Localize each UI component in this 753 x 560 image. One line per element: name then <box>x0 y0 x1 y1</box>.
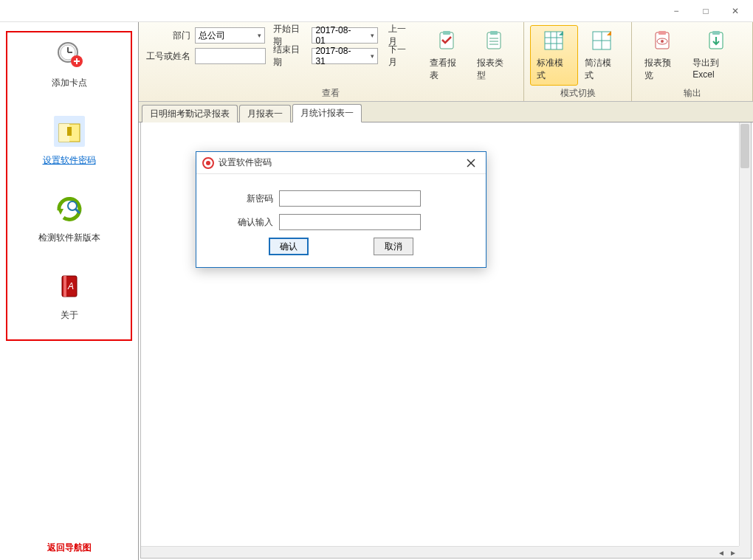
app-icon <box>202 157 214 169</box>
tab-monthly-stats-1[interactable]: 月统计报表一 <box>292 104 362 122</box>
close-icon: ✕ <box>732 6 739 16</box>
minimize-icon: − <box>673 6 678 16</box>
next-month-button[interactable]: 下一月 <box>385 44 417 69</box>
chevron-down-icon: ▾ <box>371 52 374 60</box>
ribbon-group-output: 报表预览 导出到Excel 输出 <box>632 22 753 101</box>
return-nav-button[interactable]: 返回导航图 <box>0 536 138 560</box>
sidebar-item-set-password[interactable]: 设置软件密码 <box>9 116 129 167</box>
svg-marker-10 <box>58 209 63 215</box>
dialog-cancel-button[interactable]: 取消 <box>374 238 413 255</box>
report-type-button[interactable]: 报表类型 <box>470 25 518 86</box>
ribbon-group-mode: 标准模式 简洁模式 模式切换 <box>524 22 633 101</box>
refresh-search-icon <box>54 193 85 224</box>
dialog-titlebar[interactable]: 设置软件密码 <box>196 152 486 174</box>
scroll-left-icon[interactable]: ◂ <box>715 547 727 559</box>
start-date-value: 2017-08-01 <box>315 25 359 46</box>
end-date-value: 2017-08-31 <box>315 46 359 66</box>
sidebar-highlight-box: 添加卡点 设置软件密码 检测软件新版本 A <box>6 31 132 341</box>
start-date-picker[interactable]: 2017-08-01 ▾ <box>312 27 378 44</box>
dialog-ok-button[interactable]: 确认 <box>269 238 309 255</box>
dept-value: 总公司 <box>199 30 225 42</box>
standard-mode-button[interactable]: 标准模式 <box>530 25 578 86</box>
new-password-input[interactable] <box>279 190 421 207</box>
clipboard-list-icon <box>482 29 506 52</box>
new-password-label: 新密码 <box>213 193 279 205</box>
close-button[interactable]: ✕ <box>721 3 750 19</box>
clipboard-eye-icon <box>650 29 674 52</box>
tab-daily-detail[interactable]: 日明细考勤记录报表 <box>142 105 238 122</box>
svg-point-36 <box>661 40 664 43</box>
idname-input[interactable] <box>195 48 266 64</box>
ribbon-group-output-title: 输出 <box>638 86 746 100</box>
svg-rect-19 <box>490 31 498 35</box>
view-report-label: 查看报表 <box>430 57 464 82</box>
end-date-label: 结束日期 <box>273 44 307 69</box>
svg-rect-9 <box>67 127 72 136</box>
dialog-close-button[interactable] <box>462 156 480 170</box>
export-excel-button[interactable]: 导出到Excel <box>686 25 746 86</box>
idname-label: 工号或姓名 <box>145 50 190 63</box>
svg-rect-14 <box>63 276 66 297</box>
maximize-icon: □ <box>703 6 708 16</box>
svg-text:A: A <box>66 281 73 291</box>
standard-mode-label: 标准模式 <box>537 57 571 82</box>
confirm-password-input[interactable] <box>279 214 421 230</box>
chevron-down-icon: ▾ <box>371 32 374 39</box>
svg-rect-34 <box>659 31 666 35</box>
tab-monthly-1[interactable]: 月报表一 <box>239 105 291 122</box>
simple-mode-label: 简洁模式 <box>585 57 619 82</box>
end-date-picker[interactable]: 2017-08-31 ▾ <box>312 48 378 64</box>
grid-orange-icon <box>590 29 613 52</box>
main: 添加卡点 设置软件密码 检测软件新版本 A <box>0 22 753 560</box>
report-preview-label: 报表预览 <box>644 57 679 82</box>
close-icon <box>467 159 475 167</box>
box-key-icon <box>54 116 85 147</box>
dialog-body: 新密码 确认输入 确认 取消 <box>196 174 486 267</box>
horizontal-scrollbar[interactable]: ◂ ▸ <box>141 546 739 558</box>
ribbon-group-view-title: 查看 <box>145 86 518 100</box>
sidebar-item-about[interactable]: A 关于 <box>9 271 129 322</box>
scroll-right-icon[interactable]: ▸ <box>727 547 739 559</box>
dept-select[interactable]: 总公司 ▾ <box>195 27 265 44</box>
dept-label: 部门 <box>145 30 190 42</box>
clock-plus-icon <box>54 38 85 69</box>
scrollbar-thumb[interactable] <box>740 124 749 168</box>
sidebar: 添加卡点 设置软件密码 检测软件新版本 A <box>0 22 139 560</box>
vertical-scrollbar[interactable] <box>739 122 751 546</box>
svg-point-40 <box>206 161 210 165</box>
dialog-title: 设置软件密码 <box>219 156 462 169</box>
book-icon: A <box>54 271 85 302</box>
content: 部门 总公司 ▾ 工号或姓名 开始日期 <box>139 22 753 560</box>
svg-rect-18 <box>487 32 501 49</box>
chevron-down-icon: ▾ <box>258 32 261 39</box>
sidebar-inner: 添加卡点 设置软件密码 检测软件新版本 A <box>0 22 138 536</box>
export-excel-label: 导出到Excel <box>692 57 740 80</box>
confirm-password-label: 确认输入 <box>213 216 279 229</box>
clipboard-check-icon <box>435 29 458 52</box>
report-type-label: 报表类型 <box>477 57 511 82</box>
ribbon-group-mode-title: 模式切换 <box>530 86 626 100</box>
titlebar: − □ ✕ <box>0 0 753 22</box>
grid-green-icon <box>542 29 565 52</box>
clipboard-export-icon <box>704 29 728 52</box>
maximize-button[interactable]: □ <box>691 3 721 19</box>
sidebar-item-check-update[interactable]: 检测软件新版本 <box>9 193 129 244</box>
sidebar-item-label: 关于 <box>61 309 78 322</box>
report-preview-button[interactable]: 报表预览 <box>638 25 686 86</box>
ribbon-group-view: 部门 总公司 ▾ 工号或姓名 开始日期 <box>139 22 524 101</box>
sidebar-item-label: 设置软件密码 <box>43 154 96 167</box>
view-report-button[interactable]: 查看报表 <box>423 25 470 86</box>
svg-rect-17 <box>443 31 450 35</box>
simple-mode-button[interactable]: 简洁模式 <box>578 25 626 86</box>
report-tabs: 日明细考勤记录报表 月报表一 月统计报表一 <box>139 102 753 122</box>
scrollbar-corner <box>739 546 751 558</box>
set-password-dialog: 设置软件密码 新密码 确认输入 确认 取消 <box>196 151 486 268</box>
sidebar-item-add-card-point[interactable]: 添加卡点 <box>9 38 129 89</box>
sidebar-item-label: 检测软件新版本 <box>38 232 100 244</box>
ribbon: 部门 总公司 ▾ 工号或姓名 开始日期 <box>139 22 753 102</box>
minimize-button[interactable]: − <box>661 3 691 19</box>
svg-rect-38 <box>712 31 720 35</box>
sidebar-item-label: 添加卡点 <box>52 77 87 89</box>
